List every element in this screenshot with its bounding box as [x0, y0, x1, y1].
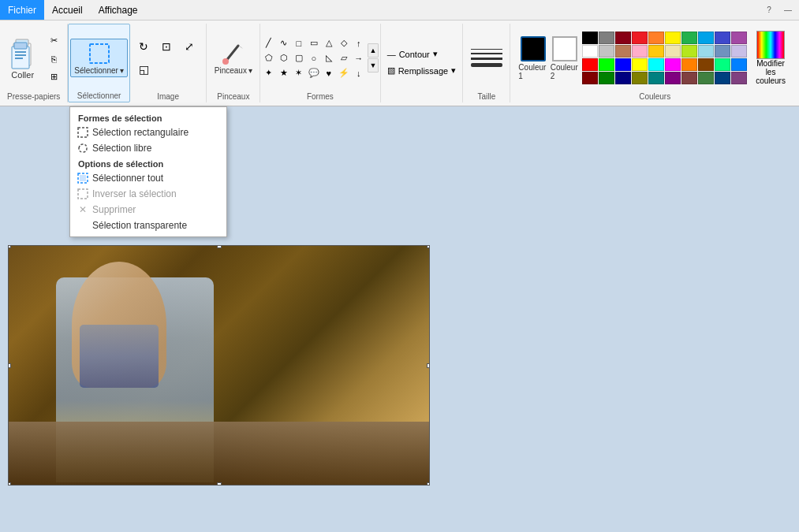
- palette-color-29[interactable]: [731, 58, 747, 71]
- cut-button[interactable]: ✂: [44, 32, 65, 50]
- handle-bc[interactable]: [217, 482, 222, 485]
- handle-ml[interactable]: [8, 363, 11, 368]
- palette-color-19[interactable]: [731, 45, 747, 58]
- size-1px[interactable]: [471, 49, 502, 50]
- palette-color-38[interactable]: [715, 72, 730, 84]
- color2-box[interactable]: [552, 36, 577, 61]
- help-button[interactable]: ?: [761, 2, 777, 18]
- handle-bl[interactable]: [8, 482, 11, 485]
- contour-button[interactable]: — Contour ▾: [383, 47, 461, 61]
- palette-color-11[interactable]: [599, 45, 614, 58]
- free-selection-item[interactable]: Sélection libre: [70, 140, 226, 156]
- color1-box[interactable]: [521, 36, 546, 61]
- palette-color-28[interactable]: [715, 58, 730, 71]
- rotate-btn[interactable]: ↻: [133, 35, 155, 58]
- diamond-shape[interactable]: ◇: [337, 36, 351, 50]
- star4-shape[interactable]: ✦: [262, 66, 276, 80]
- select-tool-button[interactable]: Sélectionner ▾: [70, 39, 128, 77]
- menu-affichage[interactable]: Affichage: [91, 0, 146, 20]
- palette-color-12[interactable]: [615, 45, 631, 58]
- menu-accueil[interactable]: Accueil: [44, 0, 91, 20]
- crop-btn[interactable]: ⊡: [155, 35, 177, 58]
- star5-shape[interactable]: ★: [277, 66, 291, 80]
- palette-color-6[interactable]: [681, 32, 697, 44]
- handle-br[interactable]: [427, 482, 430, 485]
- menu-fichier[interactable]: Fichier: [0, 0, 44, 20]
- palette-color-8[interactable]: [715, 32, 730, 44]
- size-2px[interactable]: [471, 53, 502, 54]
- palette-color-27[interactable]: [698, 58, 714, 71]
- handle-tr[interactable]: [427, 245, 430, 248]
- handle-tc[interactable]: [217, 245, 222, 248]
- arrow-down[interactable]: ↓: [352, 66, 366, 80]
- triangle-shape[interactable]: △: [322, 36, 336, 50]
- roundrect-shape[interactable]: ▢: [292, 51, 306, 65]
- star6-shape[interactable]: ✶: [292, 66, 306, 80]
- skew-btn[interactable]: ◱: [133, 58, 155, 80]
- palette-color-36[interactable]: [681, 72, 697, 84]
- palette-color-25[interactable]: [665, 58, 681, 71]
- palette-color-17[interactable]: [698, 45, 714, 58]
- callout-shape[interactable]: 💬: [307, 66, 321, 80]
- palette-color-39[interactable]: [731, 72, 747, 84]
- palette-color-21[interactable]: [599, 58, 614, 71]
- rtriangle-shape[interactable]: ◺: [322, 51, 336, 65]
- palette-color-24[interactable]: [648, 58, 664, 71]
- palette-color-3[interactable]: [632, 32, 648, 44]
- handle-tl[interactable]: [8, 245, 11, 248]
- palette-color-13[interactable]: [632, 45, 648, 58]
- palette-color-4[interactable]: [648, 32, 664, 44]
- palette-color-35[interactable]: [665, 72, 681, 84]
- palette-color-32[interactable]: [615, 72, 631, 84]
- palette-color-23[interactable]: [632, 58, 648, 71]
- curve-shape[interactable]: ∿: [277, 36, 291, 50]
- palette-color-33[interactable]: [632, 72, 648, 84]
- modify-colors-button[interactable]: Modifier les couleurs: [750, 28, 791, 87]
- hex-shape[interactable]: ⬡: [277, 51, 291, 65]
- size-3px[interactable]: [471, 58, 502, 60]
- heart-shape[interactable]: ♥: [322, 66, 336, 80]
- palette-color-20[interactable]: [582, 58, 598, 71]
- palette-color-22[interactable]: [615, 58, 631, 71]
- paste-small-button[interactable]: ⊞: [44, 69, 65, 86]
- resize-btn[interactable]: ⤢: [178, 35, 200, 58]
- palette-color-18[interactable]: [715, 45, 730, 58]
- copy-button[interactable]: ⎘: [44, 50, 65, 68]
- rect2-shape[interactable]: ▭: [307, 36, 321, 50]
- rectangular-selection-item[interactable]: Sélection rectangulaire: [70, 125, 226, 140]
- palette-color-34[interactable]: [648, 72, 664, 84]
- scroll-down-btn[interactable]: ▼: [368, 58, 379, 73]
- brushes-tool-button[interactable]: Pinceaux ▾: [211, 39, 256, 77]
- transparent-selection-item[interactable]: Sélection transparente: [70, 218, 226, 233]
- paste-button[interactable]: Coller: [3, 35, 43, 82]
- size-5px[interactable]: [471, 63, 502, 67]
- palette-color-0[interactable]: [582, 32, 598, 44]
- palette-color-1[interactable]: [599, 32, 614, 44]
- canvas-area[interactable]: [0, 237, 799, 532]
- handle-mr[interactable]: [427, 363, 430, 368]
- scroll-up-btn[interactable]: ▲: [368, 43, 379, 58]
- palette-color-5[interactable]: [665, 32, 681, 44]
- palette-color-31[interactable]: [599, 72, 614, 84]
- palette-color-14[interactable]: [648, 45, 664, 58]
- palette-color-2[interactable]: [615, 32, 631, 44]
- select-all-item[interactable]: Sélectionner tout: [70, 170, 226, 186]
- lightning-shape[interactable]: ⚡: [337, 66, 351, 80]
- pentagon-shape[interactable]: ⬠: [262, 51, 276, 65]
- line-shape[interactable]: ╱: [262, 36, 276, 50]
- palette-color-37[interactable]: [698, 72, 714, 84]
- palette-color-9[interactable]: [731, 32, 747, 44]
- palette-color-30[interactable]: [582, 72, 598, 84]
- palette-color-26[interactable]: [681, 58, 697, 71]
- ellipse-shape[interactable]: ○: [307, 51, 321, 65]
- fill-button[interactable]: ▧ Remplissage ▾: [383, 63, 461, 78]
- palette-color-7[interactable]: [698, 32, 714, 44]
- minimize-button[interactable]: —: [780, 2, 796, 18]
- palette-color-10[interactable]: [582, 45, 598, 58]
- parallelogram-shape[interactable]: ▱: [337, 51, 351, 65]
- arrow-right[interactable]: →: [352, 51, 366, 65]
- palette-color-15[interactable]: [665, 45, 681, 58]
- rect-shape[interactable]: □: [292, 36, 306, 50]
- arrow-up[interactable]: ↑: [352, 36, 366, 50]
- palette-color-16[interactable]: [681, 45, 697, 58]
